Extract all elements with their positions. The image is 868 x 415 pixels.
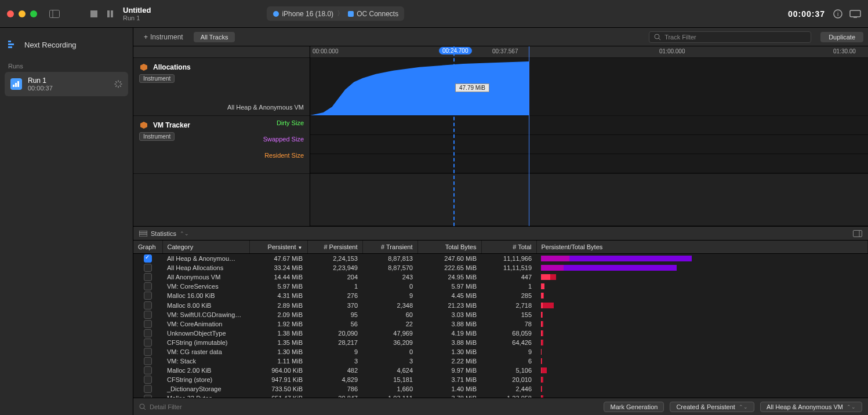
time-ruler[interactable]: 00:00.000 00:24.700 00:37.567 01:00.000 … xyxy=(310,46,868,58)
run-item[interactable]: Run 1 00:00:37 xyxy=(5,72,128,96)
graph-checkbox[interactable] xyxy=(144,395,152,398)
table-row[interactable]: All Anonymous VM14.44 MiB20424324.95 MiB… xyxy=(133,272,868,282)
table-row[interactable]: All Heap & Anonymou…47.67 MiB2,24,1538,8… xyxy=(133,254,868,264)
table-row[interactable]: CFString (store)947.91 KiB4,82915,1813.7… xyxy=(133,375,868,384)
table-row[interactable]: UnknownObjectType1.38 MiB20,09047,9694.1… xyxy=(133,329,868,338)
sidebar: Next Recording Runs Run 1 00:00:37 xyxy=(0,28,133,415)
persistent-cell: 1.35 MiB xyxy=(249,338,307,347)
graph-checkbox[interactable] xyxy=(144,348,152,356)
add-instrument-button[interactable]: + Instrument xyxy=(138,31,189,43)
graph-checkbox[interactable] xyxy=(144,282,152,290)
graph-checkbox[interactable] xyxy=(144,338,152,347)
n-persistent-cell: 95 xyxy=(307,310,362,319)
col-n-transient[interactable]: # Transient xyxy=(362,241,417,254)
panel-toggle-icon[interactable] xyxy=(853,230,862,237)
col-graph[interactable]: Graph xyxy=(133,241,162,254)
col-persistent[interactable]: Persistent ▼ xyxy=(249,241,307,254)
total-bytes-cell: 4.19 MiB xyxy=(417,329,481,338)
category-cell: Malloc 32 Bytes xyxy=(162,394,249,398)
svg-line-26 xyxy=(659,38,660,40)
allocations-track-lane[interactable]: 47.79 MiB xyxy=(310,58,868,116)
table-row[interactable]: Malloc 2.00 KiB964.00 KiB4824,6249.97 Mi… xyxy=(133,366,868,375)
table-row[interactable]: All Heap Allocations33.24 MiB2,23,9498,8… xyxy=(133,263,868,272)
vm-track-lane[interactable] xyxy=(310,116,868,174)
graph-checkbox[interactable] xyxy=(144,311,152,319)
graph-checkbox[interactable] xyxy=(144,254,152,263)
col-category[interactable]: Category xyxy=(162,241,249,254)
detail-filter-input[interactable]: Detail Filter xyxy=(139,403,182,410)
swapped-size-label: Swapped Size xyxy=(263,136,304,143)
n-total-cell: 78 xyxy=(481,319,536,329)
table-row[interactable]: VM: CG raster data1.30 MiB901.30 MiB9 xyxy=(133,347,868,356)
table-row[interactable]: VM: SwiftUI.CGDrawingV…2.09 MiB95603.03 … xyxy=(133,310,868,319)
n-transient-cell: 22 xyxy=(362,319,417,329)
table-row[interactable]: _DictionaryStorage733.50 KiB7861,6601.40… xyxy=(133,384,868,394)
instrument-badge: Instrument xyxy=(139,132,175,141)
graph-checkbox[interactable] xyxy=(144,292,152,300)
col-n-total[interactable]: # Total xyxy=(481,241,536,254)
persistent-cell: 14.44 MiB xyxy=(249,272,307,282)
n-persistent-cell: 276 xyxy=(307,291,362,300)
detail-view-selector[interactable]: Statistics ⌃⌄ xyxy=(133,227,868,241)
graph-checkbox[interactable] xyxy=(144,273,152,281)
all-tracks-button[interactable]: All Tracks xyxy=(194,32,235,42)
track-header-allocations[interactable]: Allocations Instrument All Heap & Anonym… xyxy=(133,58,310,116)
table-row[interactable]: CFString (immutable)1.35 MiB28,21736,209… xyxy=(133,338,868,347)
zoom-window-button[interactable] xyxy=(30,10,37,17)
spinner-icon xyxy=(114,80,122,88)
scope-selector[interactable]: All Heap & Anonymous VM ⌃⌄ xyxy=(760,402,862,412)
ratio-bar-cell xyxy=(536,329,868,338)
table-row[interactable]: Malloc 32 Bytes651.47 KiB20,8471,03,1113… xyxy=(133,394,868,398)
svg-marker-28 xyxy=(140,122,147,129)
graph-checkbox[interactable] xyxy=(144,264,152,272)
doc-run: Run 1 xyxy=(123,14,151,21)
graph-checkbox[interactable] xyxy=(144,366,152,374)
stop-button[interactable] xyxy=(86,7,102,21)
n-persistent-cell: 370 xyxy=(307,300,362,310)
svg-rect-9 xyxy=(850,10,860,17)
n-persistent-cell: 204 xyxy=(307,272,362,282)
graph-checkbox[interactable] xyxy=(144,329,152,337)
info-icon[interactable]: i xyxy=(833,9,842,19)
lifetime-label: Created & Persistent xyxy=(676,403,735,410)
ruler-tick: 01:00.000 xyxy=(659,48,685,54)
table-row[interactable]: VM: Stack1.11 MiB332.22 MiB6 xyxy=(133,356,868,366)
track-header-vm[interactable]: VM Tracker Instrument Dirty Size Swapped… xyxy=(133,116,310,174)
category-cell: All Heap Allocations xyxy=(162,263,249,272)
graph-checkbox[interactable] xyxy=(144,385,152,393)
col-bars[interactable]: Persistent/Total Bytes xyxy=(536,241,868,254)
timeline[interactable]: 00:00.000 00:24.700 00:37.567 01:00.000 … xyxy=(310,46,868,226)
display-icon[interactable] xyxy=(849,10,861,18)
pause-button[interactable] xyxy=(102,7,118,21)
graph-checkbox[interactable] xyxy=(144,357,152,365)
target-selector[interactable]: iPhone 16 (18.0) 〉 OC Connects xyxy=(267,6,404,21)
col-total-bytes[interactable]: Total Bytes xyxy=(417,241,481,254)
total-bytes-cell: 222.65 MiB xyxy=(417,263,481,272)
col-n-persistent[interactable]: # Persistent xyxy=(307,241,362,254)
next-recording-button[interactable]: Next Recording xyxy=(5,34,128,56)
mark-generation-button[interactable]: Mark Generation xyxy=(604,402,664,412)
close-window-button[interactable] xyxy=(7,10,14,17)
total-bytes-cell: 3.71 MiB xyxy=(417,375,481,384)
run-time: 00:00:37 xyxy=(28,85,53,92)
filter-icon xyxy=(654,34,661,41)
graph-checkbox[interactable] xyxy=(144,301,152,310)
table-row[interactable]: Malloc 8.00 KiB2.89 MiB3702,34821.23 MiB… xyxy=(133,300,868,310)
playhead-line[interactable] xyxy=(453,46,455,226)
detail-filter-placeholder: Detail Filter xyxy=(150,403,182,410)
svg-rect-3 xyxy=(107,10,110,17)
table-row[interactable]: Malloc 16.00 KiB4.31 MiB27694.45 MiB285 xyxy=(133,291,868,300)
table-row[interactable]: VM: CoreAnimation1.92 MiB56223.88 MiB78 xyxy=(133,319,868,329)
ratio-bar-cell xyxy=(536,319,868,329)
graph-checkbox[interactable] xyxy=(144,320,152,328)
track-filter-input[interactable]: Track Filter xyxy=(649,31,811,43)
graph-checkbox[interactable] xyxy=(144,376,152,384)
duplicate-button[interactable]: Duplicate xyxy=(820,32,863,42)
lifetime-selector[interactable]: Created & Persistent ⌃⌄ xyxy=(670,402,754,412)
minimize-window-button[interactable] xyxy=(19,10,26,17)
sidebar-toggle-icon[interactable] xyxy=(46,7,63,21)
table-row[interactable]: VM: CoreServices5.97 MiB105.97 MiB1 xyxy=(133,282,868,291)
track-filter-placeholder: Track Filter xyxy=(664,34,696,41)
n-persistent-cell: 9 xyxy=(307,347,362,356)
statistics-table-wrap[interactable]: Graph Category Persistent ▼ # Persistent… xyxy=(133,241,868,398)
